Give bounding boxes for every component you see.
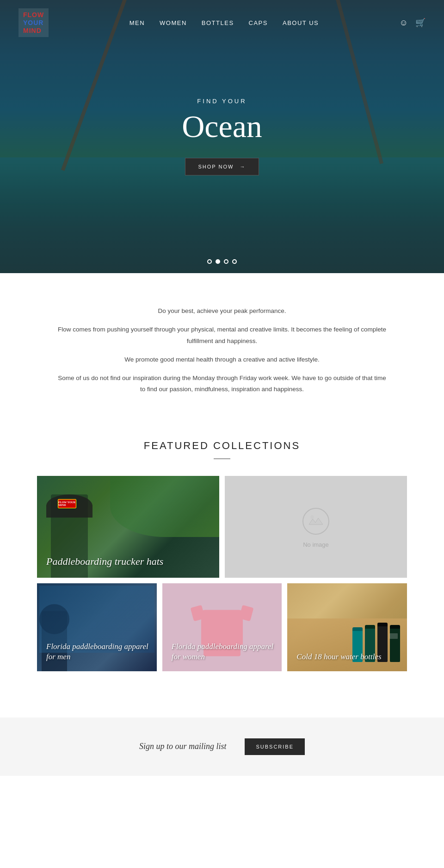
shirt-sleeve-left	[191, 605, 205, 621]
nav-icons: ☺ 🛒	[400, 18, 426, 28]
collection-card-bottles[interactable]: Cold 18 hour water bottles	[287, 583, 407, 671]
hero-subtitle: FIND YOUR	[182, 98, 262, 105]
bottle-dark2	[390, 625, 400, 662]
nav-women[interactable]: WOMEN	[160, 19, 187, 26]
mailing-section: Sign up to our mailing list SUBSCRIBE	[0, 718, 444, 776]
leaves-bg	[110, 476, 219, 537]
no-image-icon: No image	[225, 476, 407, 578]
carousel-dot-2[interactable]	[216, 259, 220, 264]
subscribe-button[interactable]: SUBSCRIBE	[245, 738, 305, 755]
collections-divider	[214, 458, 230, 459]
about-line1: Do your best, achieve your peak performa…	[56, 306, 388, 317]
hero-title: Ocean	[182, 108, 262, 145]
collection-card-women[interactable]: Florida paddleboarding apparel for women	[162, 583, 282, 671]
svg-point-1	[310, 515, 314, 519]
collections-top-row: FLOW YOUR MIND Paddleboarding trucker ha…	[37, 476, 407, 578]
navigation: FLOW YOUR MIND MEN WOMEN BOTTLES CAPS AB…	[0, 0, 444, 45]
card-label-women: Florida paddleboarding apparel for women	[172, 642, 282, 662]
about-section: Do your best, achieve your peak performa…	[0, 273, 444, 431]
nav-caps[interactable]: CAPS	[249, 19, 268, 26]
no-image-text: No image	[303, 541, 329, 548]
collection-card-men[interactable]: Florida paddleboarding apparel for men	[37, 583, 157, 671]
account-icon[interactable]: ☺	[400, 18, 408, 28]
hero-content: FIND YOUR Ocean SHOP NOW →	[182, 98, 262, 175]
shirt-sleeve-right	[239, 605, 254, 621]
card-label-hats: Paddleboarding trucker hats	[46, 555, 163, 568]
carousel-dot-3[interactable]	[224, 259, 228, 264]
collection-card-no-image[interactable]: No image	[225, 476, 407, 578]
logo-line1: FLOW	[23, 11, 44, 19]
card-label-men: Florida paddleboarding apparel for men	[46, 642, 157, 662]
collections-section: Featured Collections FLOW YOUR MIND Padd…	[0, 431, 444, 699]
cart-icon[interactable]: 🛒	[415, 18, 426, 28]
card-label-bottles: Cold 18 hour water bottles	[296, 652, 381, 662]
collection-card-hats[interactable]: FLOW YOUR MIND Paddleboarding trucker ha…	[37, 476, 219, 578]
nav-men[interactable]: MEN	[130, 19, 145, 26]
bottle-logo	[389, 633, 398, 639]
logo[interactable]: FLOW YOUR MIND	[18, 8, 49, 37]
mailing-text: Sign up to our mailing list	[139, 742, 227, 751]
shop-now-button[interactable]: SHOP NOW →	[185, 158, 259, 175]
nav-about[interactable]: ABOUT US	[283, 19, 319, 26]
arrow-icon: →	[240, 164, 246, 169]
nav-links: MEN WOMEN BOTTLES CAPS ABOUT US	[130, 19, 319, 27]
about-line3: We promote good mental health through a …	[56, 354, 388, 365]
logo-line2: YOUR	[23, 19, 44, 27]
about-line2: Flow comes from pushing yourself through…	[56, 324, 388, 347]
broken-image-icon	[300, 505, 332, 537]
logo-patch: FLOW YOUR MIND	[58, 499, 76, 508]
carousel-dot-4[interactable]	[232, 259, 237, 264]
shirt-body	[201, 610, 243, 644]
carousel-dots	[207, 259, 237, 264]
svg-point-0	[303, 508, 329, 534]
collections-bottom-row: Florida paddleboarding apparel for men F…	[37, 583, 407, 671]
collections-title: Featured Collections	[37, 440, 407, 452]
logo-line3: MIND	[23, 27, 44, 35]
carousel-dot-1[interactable]	[207, 259, 212, 264]
nav-bottles[interactable]: BOTTLES	[202, 19, 234, 26]
shirt-container	[201, 610, 243, 644]
about-line4: Some of us do not find our inspiration d…	[56, 373, 388, 395]
